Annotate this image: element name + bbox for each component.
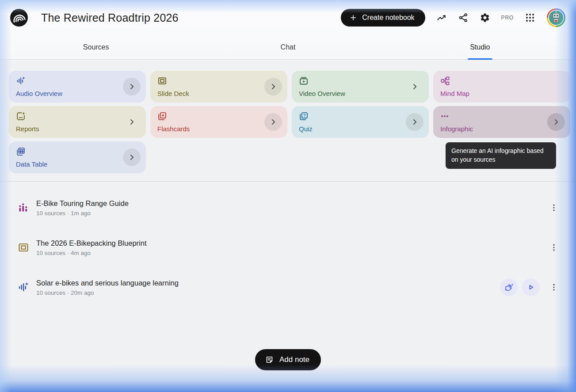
item-meta: 10 sources · 4m ago	[36, 250, 146, 256]
studio-item-row[interactable]: Solar e-bikes and serious language learn…	[0, 267, 576, 307]
create-notebook-label: Create notebook	[362, 14, 414, 22]
tool-label: Mind Map	[440, 90, 563, 97]
play-button[interactable]	[522, 278, 540, 296]
notebooklm-logo[interactable]	[10, 9, 28, 27]
settings-gear-icon[interactable]	[480, 12, 490, 23]
slide-deck-icon	[18, 242, 29, 253]
chevron-right-icon[interactable]	[123, 148, 141, 166]
interactive-mode-button[interactable]	[500, 278, 518, 296]
audio-overview-icon	[18, 282, 29, 293]
item-meta: 10 sources · 1m ago	[36, 210, 129, 217]
infographic-dots-icon	[440, 111, 450, 121]
tab-chat[interactable]: Chat	[192, 35, 384, 59]
apps-grid-icon[interactable]	[525, 12, 535, 23]
data-table-icon	[16, 147, 26, 156]
add-note-label: Add note	[279, 355, 309, 364]
pro-badge: PRO	[501, 15, 514, 21]
tool-card-slide-deck[interactable]: Slide Deck	[150, 71, 287, 103]
tool-label: Slide Deck	[157, 90, 280, 97]
kebab-menu-button[interactable]	[548, 239, 560, 256]
item-actions	[544, 239, 560, 256]
chevron-right-icon[interactable]	[123, 78, 141, 95]
item-text: E-Bike Touring Range Guide10 sources · 1…	[36, 199, 129, 217]
section-divider	[0, 181, 576, 182]
kebab-menu-button[interactable]	[548, 278, 560, 296]
tool-card-flashcards[interactable]: Flashcards	[150, 106, 287, 138]
chevron-right-icon[interactable]	[547, 113, 565, 131]
item-title: E-Bike Touring Range Guide	[36, 199, 129, 208]
tool-label: Infographic	[440, 126, 563, 132]
video-overview-icon	[299, 76, 309, 86]
item-actions	[544, 199, 560, 217]
tool-card-video-overview[interactable]: Video Overview	[292, 71, 429, 103]
tab-bar: SourcesChatStudio	[0, 35, 576, 60]
item-actions	[500, 278, 560, 296]
audio-overview-icon	[16, 76, 26, 86]
item-title: The 2026 E-Bikepacking Blueprint	[36, 239, 146, 247]
item-text: Solar e-bikes and serious language learn…	[36, 279, 179, 296]
tool-label: Video Overview	[299, 90, 422, 97]
svg-text:?: ?	[303, 113, 305, 118]
top-bar: The Rewired Roadtrip 2026 Create noteboo…	[0, 0, 576, 60]
chevron-right-icon[interactable]	[264, 78, 282, 95]
slide-deck-icon	[157, 76, 167, 86]
tool-label: Reports	[16, 126, 139, 132]
plus-icon	[349, 14, 357, 22]
add-note-container: Add note	[0, 349, 576, 370]
tool-label: Data Table	[16, 161, 139, 167]
share-icon[interactable]	[458, 12, 469, 23]
analytics-trend-icon[interactable]	[436, 12, 447, 23]
tab-studio[interactable]: Studio	[384, 35, 576, 59]
chevron-right-icon[interactable]	[406, 113, 423, 131]
tool-card-mind-map[interactable]: Mind Map	[433, 71, 570, 103]
chevron-right-icon[interactable]	[123, 113, 141, 131]
tool-label: Flashcards	[157, 126, 280, 132]
studio-items-list: E-Bike Touring Range Guide10 sources · 1…	[0, 188, 576, 307]
tool-label: Audio Overview	[16, 90, 139, 97]
account-avatar[interactable]	[546, 8, 566, 27]
quiz-icon: ?	[299, 111, 309, 121]
tool-label: Quiz	[299, 126, 422, 132]
chevron-right-icon[interactable]	[406, 78, 423, 95]
header: The Rewired Roadtrip 2026 Create noteboo…	[0, 0, 576, 35]
mind-map-icon	[440, 76, 450, 86]
notebook-title[interactable]: The Rewired Roadtrip 2026	[41, 11, 179, 24]
tooltip-text: Generate an AI infographic based on your…	[451, 147, 544, 163]
note-icon	[265, 355, 274, 365]
item-title: Solar e-bikes and serious language learn…	[36, 279, 179, 287]
tooltip: Generate an AI infographic based on your…	[446, 142, 556, 169]
tab-sources[interactable]: Sources	[0, 35, 192, 59]
flashcards-icon	[157, 111, 167, 121]
chevron-right-icon[interactable]	[264, 113, 282, 131]
studio-item-row[interactable]: The 2026 E-Bikepacking Blueprint10 sourc…	[0, 228, 576, 267]
tool-card-reports[interactable]: Reports	[9, 106, 146, 138]
infographic-chart-icon	[18, 202, 29, 213]
studio-item-row[interactable]: E-Bike Touring Range Guide10 sources · 1…	[0, 188, 576, 228]
create-notebook-button[interactable]: Create notebook	[341, 9, 425, 27]
tool-card-audio-overview[interactable]: Audio Overview	[9, 71, 146, 103]
tool-card-data-table[interactable]: Data Table	[9, 141, 146, 173]
item-text: The 2026 E-Bikepacking Blueprint10 sourc…	[36, 239, 146, 256]
item-meta: 10 sources · 20m ago	[36, 289, 179, 296]
reports-icon	[16, 111, 26, 121]
tool-card-quiz[interactable]: ?Quiz	[292, 106, 429, 138]
header-actions: Create notebook PRO	[341, 8, 566, 27]
tool-card-infographic[interactable]: Infographic	[433, 106, 570, 138]
add-note-button[interactable]: Add note	[255, 349, 321, 370]
kebab-menu-button[interactable]	[548, 199, 560, 217]
